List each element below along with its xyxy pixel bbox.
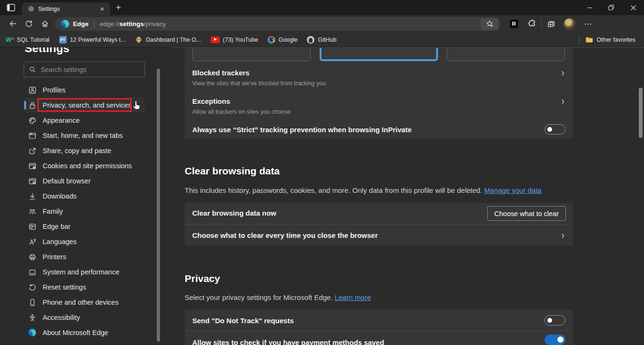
sidebar-item-label: Reset settings — [43, 283, 86, 291]
tracking-card-balanced-selected[interactable] — [320, 48, 438, 61]
sidebar-item-family[interactable]: Family — [24, 204, 145, 219]
languages-icon — [28, 237, 36, 246]
refresh-button[interactable] — [21, 17, 37, 31]
settings-page-title: Settings — [25, 47, 70, 55]
panel-divider — [185, 331, 573, 331]
sidebar-item-languages[interactable]: Languages — [24, 234, 145, 249]
browser-tab-settings[interactable]: Settings × — [22, 2, 110, 15]
address-bar[interactable]: Edge | edge://settings/privacy — [55, 17, 500, 31]
sidebar-item-printers[interactable]: Printers — [24, 249, 145, 264]
manage-your-data-link[interactable]: Manage your data — [484, 186, 542, 194]
chevron-right-icon[interactable]: › — [561, 230, 564, 241]
tab-workspaces-button[interactable] — [0, 0, 22, 15]
back-button[interactable] — [5, 17, 21, 31]
tracking-card-basic[interactable] — [192, 48, 311, 61]
settings-page: Settings Profiles Privacy, search, and s… — [0, 47, 644, 345]
sidebar-item-about-edge[interactable]: About Microsoft Edge — [24, 325, 145, 340]
tab-close-button[interactable]: × — [98, 5, 107, 13]
bookmark-sql-tutorial[interactable]: W³SQL Tutorial — [6, 36, 50, 43]
privacy-desc: Select your privacy settings for Microso… — [185, 293, 371, 301]
cookies-permissions-icon — [28, 162, 36, 170]
extension-r-button[interactable]: R — [509, 19, 519, 29]
bookmark-label: (73) YouTube — [223, 36, 259, 43]
sidebar-scrollbar[interactable] — [157, 69, 160, 342]
strict-inprivate-label: Always use “Strict” tracking prevention … — [192, 126, 411, 134]
other-favorites-button[interactable]: Other favorites — [585, 36, 635, 43]
sidebar-item-system-performance[interactable]: System and performance — [24, 264, 145, 280]
bookmark-github[interactable]: GitHub — [307, 36, 336, 44]
sidebar-item-appearance[interactable]: Appearance — [24, 113, 145, 128]
bookmark-dashboard[interactable]: Dashboard | The O... — [135, 36, 201, 44]
clear-on-close-row[interactable]: Choose what to clear every time you clos… — [192, 231, 378, 239]
sidebar-item-reset-settings[interactable]: Reset settings — [24, 280, 145, 295]
share-icon — [28, 146, 36, 155]
appearance-icon — [28, 116, 36, 125]
sidebar-item-label: Downloads — [43, 192, 77, 200]
privacy-panel: Send "Do Not Track" requests Allow sites… — [185, 309, 573, 345]
learn-more-link[interactable]: Learn more — [335, 293, 371, 301]
panel-divider — [185, 224, 573, 225]
tracking-card-strict[interactable] — [447, 48, 565, 61]
annotation-highlight-box — [37, 98, 132, 112]
payment-methods-toggle[interactable] — [545, 335, 565, 345]
add-favorite-button[interactable] — [481, 18, 499, 30]
new-tab-button[interactable]: + — [110, 1, 126, 14]
minimize-button[interactable] — [579, 0, 600, 15]
search-icon — [29, 66, 36, 73]
sidebar-item-cookies-site-permissions[interactable]: Cookies and site permissions — [24, 158, 145, 173]
extensions-puzzle-icon — [528, 19, 536, 28]
sidebar-item-label: Start, home, and new tabs — [43, 132, 123, 139]
chevron-right-icon[interactable]: › — [561, 68, 564, 78]
reset-settings-icon — [28, 283, 36, 291]
sidebar-item-start-home-new-tabs[interactable]: Start, home, and new tabs — [24, 128, 145, 143]
sidebar-item-label: Edge bar — [43, 223, 71, 230]
bookmark-12-powerful-ways[interactable]: PT12 Powerful Ways t... — [59, 36, 126, 44]
do-not-track-toggle[interactable] — [545, 315, 565, 326]
choose-what-to-clear-button[interactable]: Choose what to clear — [487, 206, 566, 221]
sidebar-item-accessibility[interactable]: Accessibility — [24, 310, 145, 325]
search-input[interactable] — [41, 66, 135, 73]
close-button[interactable] — [622, 0, 644, 15]
sidebar-item-label: Accessibility — [43, 314, 80, 321]
chevron-right-icon[interactable]: › — [561, 96, 564, 107]
workspaces-icon — [7, 4, 15, 11]
bookmark-google[interactable]: Google — [268, 36, 297, 44]
close-icon — [631, 5, 636, 10]
google-icon — [268, 36, 275, 44]
edge-logo-icon — [61, 20, 69, 28]
family-icon — [28, 207, 36, 216]
sidebar-item-phone-devices[interactable]: Phone and other devices — [24, 295, 145, 310]
page-scrollbar[interactable] — [639, 88, 643, 138]
sidebar-item-label: Cookies and site permissions — [43, 162, 132, 170]
sidebar-item-privacy-search-services[interactable]: Privacy, search, and services — [24, 98, 145, 113]
blocked-trackers-desc: View the sites that we've blocked from t… — [192, 80, 326, 87]
sidebar-item-share-copy-paste[interactable]: Share, copy and paste — [24, 143, 145, 158]
sidebar-item-edge-bar[interactable]: Edge bar — [24, 219, 145, 234]
sidebar-item-downloads[interactable]: Downloads — [24, 189, 145, 204]
bookmark-youtube[interactable]: (73) YouTube — [211, 36, 259, 43]
favorites-divider — [579, 36, 580, 44]
restore-button[interactable] — [600, 0, 622, 15]
back-icon — [9, 20, 17, 27]
blocked-trackers-row[interactable]: Blocked trackers — [192, 69, 250, 77]
profile-avatar[interactable] — [564, 18, 575, 30]
settings-search-box[interactable] — [24, 62, 145, 77]
other-favorites-label: Other favorites — [597, 36, 635, 43]
collections-button[interactable] — [544, 17, 559, 31]
default-browser-icon — [28, 177, 36, 185]
exceptions-row[interactable]: Exceptions — [192, 97, 230, 105]
settings-sidebar: Settings Profiles Privacy, search, and s… — [0, 47, 170, 345]
strict-inprivate-toggle[interactable] — [545, 124, 565, 135]
payment-methods-label: Allow sites to check if you have payment… — [192, 338, 384, 345]
sidebar-item-profiles[interactable]: Profiles — [24, 82, 145, 98]
url-text[interactable]: edge://settings/privacy — [100, 20, 166, 27]
refresh-icon — [25, 20, 33, 27]
settings-more-button[interactable]: ⋯ — [580, 19, 596, 29]
extensions-button[interactable] — [524, 17, 539, 31]
home-button[interactable] — [37, 17, 53, 31]
sidebar-item-label: Languages — [43, 238, 77, 245]
downloads-icon — [28, 192, 36, 200]
sidebar-item-default-browser[interactable]: Default browser — [24, 173, 145, 189]
bookmark-label: Google — [278, 36, 297, 43]
pt-icon: PT — [59, 36, 67, 44]
